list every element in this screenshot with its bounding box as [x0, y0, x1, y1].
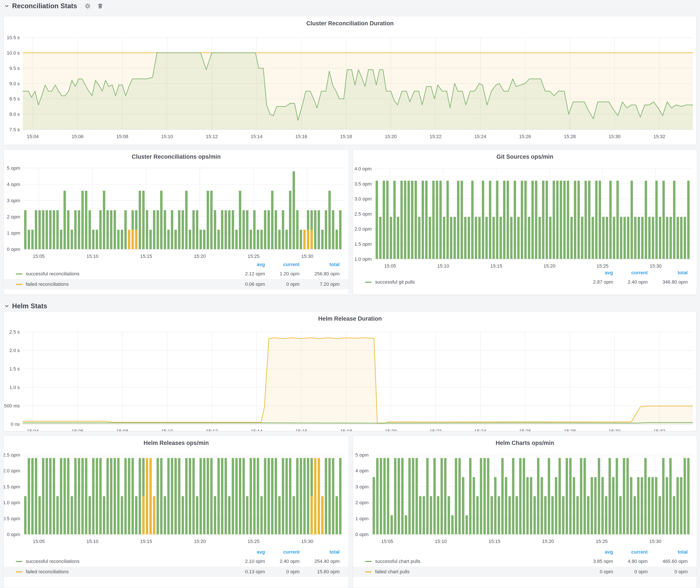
- legend-col-current[interactable]: current: [613, 270, 648, 276]
- chevron-down-icon[interactable]: [4, 4, 9, 8]
- panel-title[interactable]: Helm Releases ops/min: [4, 440, 349, 446]
- svg-text:15:28: 15:28: [564, 428, 576, 431]
- svg-text:1 opm: 1 opm: [7, 230, 20, 236]
- series-label[interactable]: successful chart pulls: [372, 559, 581, 564]
- section-row-helm-stats[interactable]: Helm Stats: [4, 301, 47, 311]
- svg-text:5 opm: 5 opm: [7, 165, 20, 171]
- svg-text:0 opm: 0 opm: [7, 532, 20, 537]
- svg-text:15:16: 15:16: [295, 428, 307, 431]
- legend-col-current[interactable]: current: [613, 549, 648, 555]
- legend-col-current[interactable]: current: [265, 262, 300, 267]
- legend-col-avg[interactable]: avg: [581, 549, 613, 555]
- svg-text:15:05: 15:05: [381, 539, 393, 544]
- svg-text:15:15: 15:15: [140, 254, 152, 259]
- svg-text:15:10: 15:10: [161, 428, 173, 431]
- legend-total-value: 465.60 opm: [648, 559, 688, 564]
- legend-row: failed reconciliations 0.13 opm 0 opm 15…: [4, 567, 349, 577]
- series-label[interactable]: successful reconciliations: [22, 271, 232, 277]
- svg-text:15:15: 15:15: [490, 263, 502, 269]
- svg-text:15:10: 15:10: [435, 539, 447, 544]
- legend-header: avg current total: [4, 548, 349, 556]
- svg-text:15:20: 15:20: [385, 428, 397, 431]
- panel-helm-release-duration: Helm Release Duration 2.5 s2.0 s1.5 s1.0…: [3, 311, 697, 431]
- legend-current-value: 2.40 opm: [613, 279, 648, 285]
- series-marker-green: [16, 273, 22, 275]
- svg-text:3 opm: 3 opm: [7, 198, 20, 203]
- svg-text:15:30: 15:30: [301, 254, 313, 259]
- svg-text:9.0 s: 9.0 s: [9, 81, 20, 86]
- legend-col-current[interactable]: current: [265, 549, 300, 555]
- svg-text:15:30: 15:30: [650, 263, 662, 269]
- series-label[interactable]: successful git pulls: [372, 279, 581, 285]
- trash-icon[interactable]: [97, 2, 104, 10]
- svg-text:15:30: 15:30: [649, 539, 661, 544]
- legend-avg-value: 2.87 opm: [581, 279, 613, 285]
- panel-title[interactable]: Helm Charts ops/min: [353, 440, 697, 446]
- svg-text:500 ms: 500 ms: [4, 403, 20, 409]
- legend-total-value: 256.80 opm: [300, 271, 340, 277]
- panel-title[interactable]: Cluster Reconciliation Duration: [4, 20, 696, 27]
- legend-row: failed chart pulls 0 opm 0 opm 0 opm: [353, 567, 697, 577]
- svg-text:15:14: 15:14: [251, 134, 263, 139]
- svg-text:15:05: 15:05: [33, 539, 45, 544]
- legend-col-total[interactable]: total: [648, 270, 688, 276]
- svg-text:15:20: 15:20: [385, 134, 397, 139]
- legend-row: successful reconciliations 2.12 opm 1.20…: [4, 269, 349, 279]
- svg-text:1.0 opm: 1.0 opm: [4, 500, 20, 505]
- legend-col-total[interactable]: total: [300, 549, 340, 555]
- series-label[interactable]: successful reconciliations: [22, 559, 232, 564]
- legend: avg current total successful reconciliat…: [4, 260, 349, 289]
- legend-row: successful git pulls 2.87 opm 2.40 opm 3…: [353, 277, 697, 287]
- svg-text:3.5 opm: 3.5 opm: [355, 181, 372, 187]
- svg-text:0 opm: 0 opm: [355, 532, 369, 537]
- svg-text:2.0 s: 2.0 s: [9, 348, 20, 353]
- chevron-down-icon[interactable]: [4, 304, 9, 309]
- svg-text:15:06: 15:06: [72, 134, 84, 139]
- svg-text:15:18: 15:18: [340, 134, 352, 139]
- panel-title[interactable]: Git Sources ops/min: [353, 153, 697, 160]
- panel-helm-releases-opm: Helm Releases ops/min 2.5 opm2.0 opm1.5 …: [3, 436, 349, 588]
- series-label[interactable]: failed chart pulls: [372, 569, 581, 575]
- legend-col-avg[interactable]: avg: [232, 262, 265, 267]
- legend-col-total[interactable]: total: [300, 262, 340, 267]
- series-label[interactable]: failed reconciliations: [22, 569, 232, 575]
- legend-row: failed reconciliations 0.06 opm 0 opm 7.…: [4, 279, 349, 289]
- section-title[interactable]: Reconciliation Stats: [12, 2, 77, 10]
- legend-col-avg[interactable]: avg: [581, 270, 613, 276]
- svg-text:3.0 opm: 3.0 opm: [355, 196, 372, 202]
- svg-text:15:28: 15:28: [564, 134, 576, 139]
- svg-text:15:05: 15:05: [33, 254, 45, 259]
- legend-current-value: 0 opm: [265, 281, 300, 287]
- svg-text:2.5 opm: 2.5 opm: [4, 452, 20, 458]
- series-marker-green: [365, 282, 372, 283]
- svg-text:15:08: 15:08: [116, 428, 128, 431]
- svg-text:7.5 s: 7.5 s: [9, 127, 20, 132]
- legend-header: avg current total: [353, 269, 697, 277]
- legend-col-total[interactable]: total: [648, 549, 688, 555]
- svg-text:1.5 opm: 1.5 opm: [4, 484, 20, 489]
- legend-col-avg[interactable]: avg: [232, 549, 265, 555]
- cluster-reconciliation-duration-chart[interactable]: 10.5 s10.0 s9.5 s9.0 s8.5 s8.0 s7.5 s15:…: [4, 16, 696, 145]
- svg-text:15:15: 15:15: [140, 539, 152, 544]
- svg-text:0 ns: 0 ns: [11, 422, 20, 427]
- svg-text:15:10: 15:10: [437, 263, 449, 269]
- svg-text:15:24: 15:24: [474, 134, 486, 139]
- svg-text:15:10: 15:10: [161, 134, 173, 139]
- legend-current-value: 2.40 opm: [265, 559, 300, 564]
- panel-title[interactable]: Helm Release Duration: [4, 315, 696, 322]
- svg-text:15:22: 15:22: [430, 134, 442, 139]
- legend-avg-value: 0.13 opm: [232, 569, 265, 575]
- svg-text:1.5 opm: 1.5 opm: [355, 241, 372, 247]
- gear-icon[interactable]: [84, 2, 91, 10]
- dashboard-page: Reconciliation Stats Cluster Reconciliat…: [0, 0, 700, 588]
- section-title[interactable]: Helm Stats: [12, 302, 47, 310]
- svg-text:2.0 opm: 2.0 opm: [4, 468, 20, 473]
- legend-row: successful chart pulls 3.85 opm 4.80 opm…: [353, 556, 697, 567]
- section-row-reconciliation-stats[interactable]: Reconciliation Stats: [4, 1, 104, 11]
- svg-text:15:32: 15:32: [653, 428, 665, 431]
- svg-text:2.5 s: 2.5 s: [9, 329, 20, 335]
- legend-avg-value: 3.85 opm: [581, 559, 613, 564]
- series-label[interactable]: failed reconciliations: [22, 281, 232, 287]
- panel-title[interactable]: Cluster Reconciliations ops/min: [4, 153, 349, 160]
- helm-release-duration-chart[interactable]: 2.5 s2.0 s1.5 s1.0 s500 ms0 ns15:0415:06…: [4, 312, 696, 431]
